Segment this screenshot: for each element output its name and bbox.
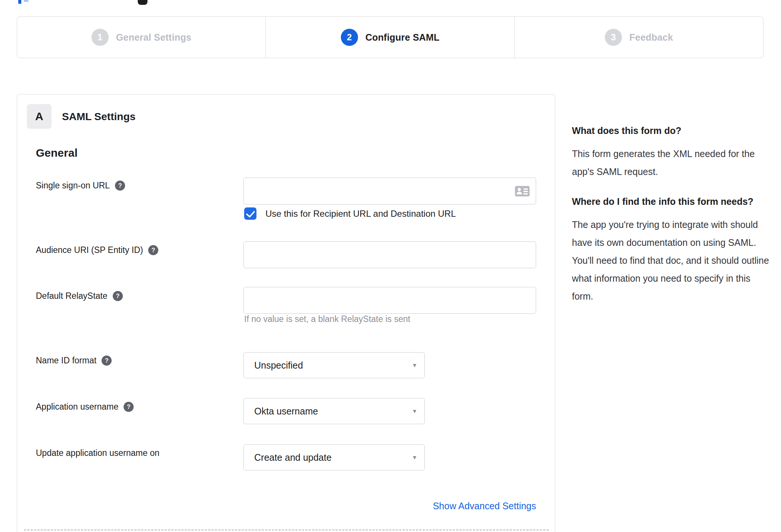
app-username-label-row: Application username ? xyxy=(36,402,134,412)
help-icon[interactable]: ? xyxy=(102,356,112,366)
step-label: General Settings xyxy=(116,32,192,43)
chevron-down-icon: ▾ xyxy=(413,453,416,461)
app-username-select[interactable]: Okta username ▾ xyxy=(243,398,425,424)
clipped-title-fragment xyxy=(18,0,21,4)
nameid-format-label: Name ID format xyxy=(36,356,96,366)
recipient-url-checkbox-label: Use this for Recipient URL and Destinati… xyxy=(265,209,456,219)
help-icon[interactable]: ? xyxy=(148,245,158,255)
section-dashed-divider xyxy=(24,529,549,531)
sso-url-label: Single sign-on URL xyxy=(36,181,110,191)
chevron-down-icon: ▾ xyxy=(413,361,416,369)
audience-uri-label-row: Audience URI (SP Entity ID) ? xyxy=(36,245,158,255)
step-label: Configure SAML xyxy=(365,32,440,43)
sso-url-input[interactable] xyxy=(243,178,536,204)
relaystate-label: Default RelayState xyxy=(36,291,108,301)
card-title: SAML Settings xyxy=(62,111,136,123)
audience-uri-input[interactable] xyxy=(243,241,536,268)
sidebar-question-1: What does this form do? xyxy=(572,122,774,139)
help-icon[interactable]: ? xyxy=(113,291,123,301)
wizard-stepper: 1 General Settings 2 Configure SAML 3 Fe… xyxy=(17,16,763,58)
relaystate-input[interactable] xyxy=(243,287,536,314)
sidebar-answer-1: This form generates the XML needed for t… xyxy=(572,145,774,181)
sso-url-label-row: Single sign-on URL ? xyxy=(36,181,125,191)
relaystate-helper-text: If no value is set, a blank RelayState i… xyxy=(244,314,410,324)
recipient-url-checkbox[interactable] xyxy=(244,207,256,220)
clipped-title-fragment-2 xyxy=(24,0,28,2)
clipped-icon-fragment xyxy=(138,0,147,5)
help-sidebar: What does this form do? This form genera… xyxy=(572,122,774,318)
saml-settings-card: A SAML Settings General Single sign-on U… xyxy=(17,94,555,532)
sso-url-input-wrap xyxy=(243,178,536,204)
relaystate-input-wrap xyxy=(243,287,536,314)
nameid-format-select[interactable]: Unspecified ▾ xyxy=(243,352,425,378)
contact-card-icon[interactable] xyxy=(514,185,530,198)
app-username-value: Okta username xyxy=(254,406,318,417)
update-username-value: Create and update xyxy=(254,452,332,463)
general-section-heading: General xyxy=(36,147,78,159)
step-label: Feedback xyxy=(629,32,673,43)
relaystate-label-row: Default RelayState ? xyxy=(36,291,123,301)
page: 1 General Settings 2 Configure SAML 3 Fe… xyxy=(0,0,781,532)
sidebar-answer-2: The app you're trying to integrate with … xyxy=(572,216,774,305)
nameid-format-value: Unspecified xyxy=(254,360,303,371)
update-username-label-row: Update application username on xyxy=(36,448,159,458)
audience-uri-input-wrap xyxy=(243,241,536,268)
step-feedback[interactable]: 3 Feedback xyxy=(514,17,763,58)
app-username-label: Application username xyxy=(36,402,118,412)
update-username-label: Update application username on xyxy=(36,448,159,458)
chevron-down-icon: ▾ xyxy=(413,407,416,415)
step-configure-saml[interactable]: 2 Configure SAML xyxy=(265,17,514,58)
sidebar-question-2: Where do I find the info this form needs… xyxy=(572,193,774,210)
step-number-badge: 3 xyxy=(605,29,622,46)
section-a-badge: A xyxy=(27,104,52,129)
show-advanced-settings-link[interactable]: Show Advanced Settings xyxy=(243,501,536,511)
step-general-settings[interactable]: 1 General Settings xyxy=(17,17,265,58)
help-icon[interactable]: ? xyxy=(124,402,134,412)
update-username-select[interactable]: Create and update ▾ xyxy=(243,444,425,470)
recipient-url-checkbox-row: Use this for Recipient URL and Destinati… xyxy=(244,207,456,220)
step-number-badge: 2 xyxy=(341,29,358,46)
nameid-format-label-row: Name ID format ? xyxy=(36,356,112,366)
step-number-badge: 1 xyxy=(91,29,109,46)
audience-uri-label: Audience URI (SP Entity ID) xyxy=(36,245,143,255)
help-icon[interactable]: ? xyxy=(115,181,125,191)
